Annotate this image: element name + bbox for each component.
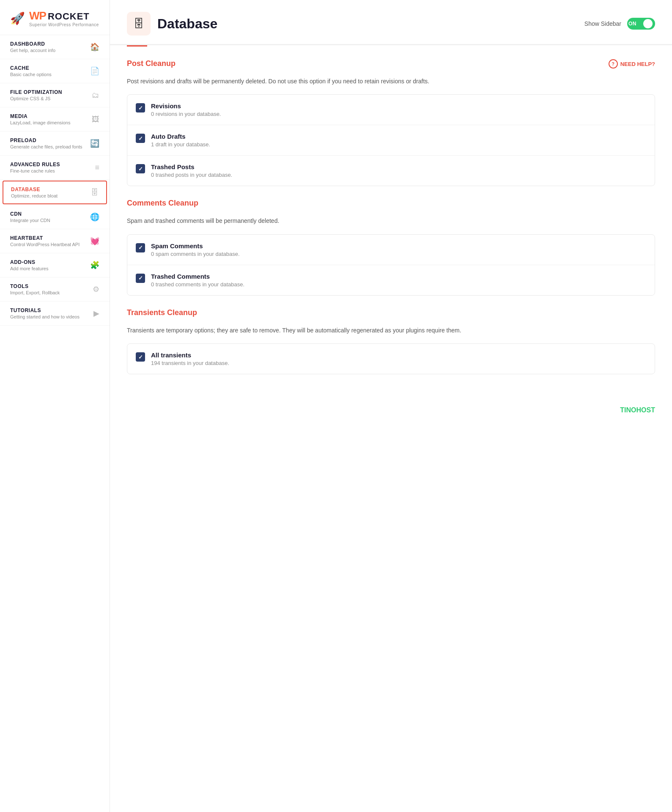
sidebar-item-cache[interactable]: CACHE Basic cache options 📄 (0, 59, 110, 83)
logo-wp: WP (29, 9, 46, 22)
nav-item-title-advanced-rules: ADVANCED RULES (10, 162, 95, 167)
option-text: Trashed Comments 0 trashed comments in y… (151, 273, 646, 288)
sidebar: 🚀 WP ROCKET Superior WordPress Performan… (0, 0, 110, 812)
nav-item-left: CACHE Basic cache options (10, 65, 90, 77)
toggle-label: ON (628, 21, 636, 27)
nav-item-left: FILE OPTIMIZATION Optimize CSS & JS (10, 89, 92, 101)
nav-item-title-add-ons: ADD-ONS (10, 259, 90, 265)
table-row: Revisions 0 revisions in your database. (127, 95, 655, 125)
nav-item-title-database: DATABASE (11, 187, 91, 192)
logo-rocket: ROCKET (48, 12, 90, 21)
table-row: Trashed Posts 0 trashed posts in your da… (127, 156, 655, 186)
nav-item-title-preload: PRELOAD (10, 137, 90, 143)
option-label: Revisions (151, 102, 646, 110)
need-help-button[interactable]: ?NEED HELP? (609, 59, 655, 69)
sidebar-item-preload[interactable]: PRELOAD Generate cache files, preload fo… (0, 132, 110, 156)
tinohost-badge: TINOHOST (110, 400, 672, 421)
rocket-icon: 🚀 (10, 11, 25, 25)
checkbox-comments-cleanup-1[interactable] (136, 274, 145, 283)
checkbox-comments-cleanup-0[interactable] (136, 243, 145, 252)
option-text: All transients 194 transients in your da… (151, 351, 646, 366)
nav-item-title-cache: CACHE (10, 65, 90, 71)
sidebar-item-dashboard[interactable]: DASHBOARD Get help, account info 🏠 (0, 35, 110, 59)
nav-item-title-media: MEDIA (10, 113, 92, 119)
option-label: Trashed Posts (151, 163, 646, 170)
nav-item-left: ADVANCED RULES Fine-tune cache rules (10, 162, 95, 173)
nav-item-subtitle-add-ons: Add more features (10, 266, 90, 271)
checkbox-transients-cleanup-0[interactable] (136, 352, 145, 362)
section-transients-cleanup: Transients CleanupTransients are tempora… (127, 308, 655, 374)
nav-icon-add-ons: 🧩 (90, 261, 99, 270)
sidebar-item-cdn[interactable]: CDN Integrate your CDN 🌐 (0, 205, 110, 229)
nav-item-title-file-optimization: FILE OPTIMIZATION (10, 89, 92, 95)
nav-item-subtitle-preload: Generate cache files, preload fonts (10, 144, 90, 149)
toggle-knob (643, 19, 653, 28)
option-text: Auto Drafts 1 draft in your database. (151, 133, 646, 148)
option-label: Auto Drafts (151, 133, 646, 140)
sidebar-item-add-ons[interactable]: ADD-ONS Add more features 🧩 (0, 253, 110, 277)
nav-icon-cdn: 🌐 (90, 212, 99, 222)
need-help-icon: ? (609, 59, 618, 69)
logo-tagline: Superior WordPress Performance (29, 22, 99, 27)
nav-item-left: PRELOAD Generate cache files, preload fo… (10, 137, 90, 149)
content-area: Post Cleanup?NEED HELP?Post revisions an… (110, 47, 672, 400)
section-title-transients-cleanup: Transients Cleanup (127, 308, 197, 317)
option-desc: 1 draft in your database. (151, 141, 646, 148)
nav-item-subtitle-tools: Import, Export, Rollback (10, 290, 93, 295)
nav-item-subtitle-file-optimization: Optimize CSS & JS (10, 96, 92, 101)
option-label: All transients (151, 351, 646, 359)
nav-icon-media: 🖼 (92, 115, 99, 124)
nav-item-subtitle-dashboard: Get help, account info (10, 48, 90, 53)
option-text: Spam Comments 0 spam comments in your da… (151, 242, 646, 257)
sidebar-toggle[interactable]: ON (627, 18, 655, 30)
sidebar-item-heartbeat[interactable]: HEARTBEAT Control WordPress Heartbeat AP… (0, 229, 110, 253)
page-header: 🗄 Database Show Sidebar ON (110, 0, 672, 45)
option-label: Spam Comments (151, 242, 646, 250)
checkbox-post-cleanup-0[interactable] (136, 103, 145, 112)
section-desc-post-cleanup: Post revisions and drafts will be perman… (127, 77, 655, 86)
sidebar-item-tools[interactable]: TOOLS Import, Export, Rollback ⚙ (0, 277, 110, 302)
options-card-post-cleanup: Revisions 0 revisions in your database. … (127, 94, 655, 186)
checkbox-post-cleanup-1[interactable] (136, 134, 145, 143)
nav-item-title-dashboard: DASHBOARD (10, 41, 90, 47)
nav-item-left: ADD-ONS Add more features (10, 259, 90, 271)
nav-item-subtitle-cdn: Integrate your CDN (10, 218, 90, 223)
sidebar-item-tutorials[interactable]: TUTORIALS Getting started and how to vid… (0, 302, 110, 326)
nav-icon-preload: 🔄 (90, 139, 99, 148)
nav-item-left: TOOLS Import, Export, Rollback (10, 283, 93, 295)
nav-item-subtitle-advanced-rules: Fine-tune cache rules (10, 168, 95, 173)
nav-icon-file-optimization: 🗂 (92, 91, 99, 100)
nav-item-title-tutorials: TUTORIALS (10, 307, 93, 313)
database-icon: 🗄 (133, 17, 144, 30)
page-icon: 🗄 (127, 12, 151, 36)
nav-icon-database: 🗄 (91, 188, 99, 197)
nav-item-left: MEDIA LazyLoad, image dimensions (10, 113, 92, 125)
sidebar-item-media[interactable]: MEDIA LazyLoad, image dimensions 🖼 (0, 107, 110, 132)
sidebar-item-advanced-rules[interactable]: ADVANCED RULES Fine-tune cache rules ≡ (0, 156, 110, 180)
section-post-cleanup: Post Cleanup?NEED HELP?Post revisions an… (127, 59, 655, 186)
nav-item-subtitle-heartbeat: Control WordPress Heartbeat API (10, 242, 90, 247)
sidebar-logo: 🚀 WP ROCKET Superior WordPress Performan… (0, 0, 110, 35)
section-comments-cleanup: Comments CleanupSpam and trashed comment… (127, 199, 655, 295)
checkbox-post-cleanup-2[interactable] (136, 164, 145, 173)
brand-tino: TINO (620, 406, 636, 414)
nav-icon-cache: 📄 (90, 66, 99, 76)
option-desc: 194 transients in your database. (151, 360, 646, 366)
nav-icon-dashboard: 🏠 (90, 42, 99, 52)
sidebar-nav: DASHBOARD Get help, account info 🏠 CACHE… (0, 35, 110, 326)
option-desc: 0 spam comments in your database. (151, 251, 646, 257)
nav-item-left: HEARTBEAT Control WordPress Heartbeat AP… (10, 235, 90, 247)
need-help-label: NEED HELP? (620, 61, 655, 67)
nav-item-subtitle-cache: Basic cache options (10, 72, 90, 77)
section-title-comments-cleanup: Comments Cleanup (127, 199, 198, 208)
logo-text: WP ROCKET Superior WordPress Performance (29, 9, 99, 27)
table-row: Auto Drafts 1 draft in your database. (127, 125, 655, 156)
show-sidebar-label: Show Sidebar (584, 20, 621, 27)
main-content: 🗄 Database Show Sidebar ON Post Cleanup?… (110, 0, 672, 812)
option-desc: 0 trashed posts in your database. (151, 172, 646, 178)
sidebar-item-database[interactable]: DATABASE Optimize, reduce bloat 🗄 (3, 181, 107, 204)
nav-item-subtitle-tutorials: Getting started and how to videos (10, 314, 93, 319)
sidebar-item-file-optimization[interactable]: FILE OPTIMIZATION Optimize CSS & JS 🗂 (0, 83, 110, 107)
nav-item-left: TUTORIALS Getting started and how to vid… (10, 307, 93, 319)
page-header-left: 🗄 Database (127, 12, 217, 36)
